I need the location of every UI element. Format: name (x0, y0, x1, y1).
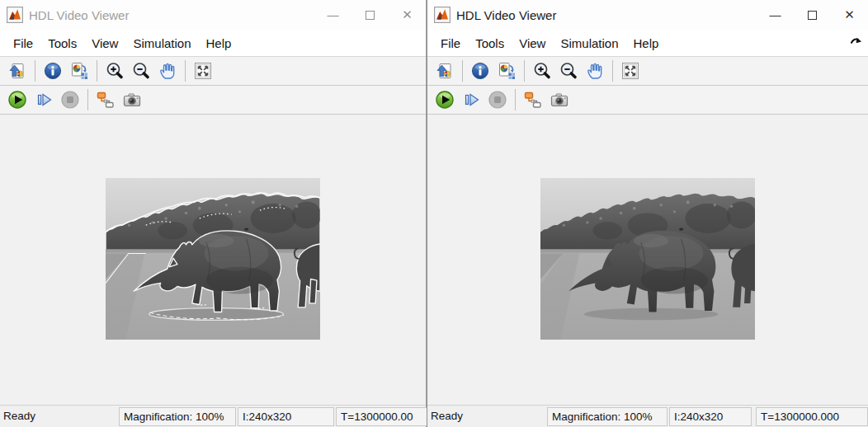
minimize-icon: — (770, 11, 781, 19)
window-title: HDL Video Viewer (456, 8, 556, 22)
status-state: Ready (3, 410, 35, 422)
zoom-in-button[interactable] (530, 59, 554, 83)
play-button[interactable] (432, 87, 457, 112)
status-bar: Ready Magnification: 100% I:240x320 T=13… (0, 405, 426, 427)
close-button[interactable]: ✕ (831, 0, 868, 30)
fit-to-window-button[interactable] (191, 59, 215, 83)
pan-hand-icon (584, 60, 606, 82)
minimize-icon: — (328, 11, 339, 19)
play-button[interactable] (5, 87, 30, 112)
fit-to-window-icon (192, 60, 214, 82)
titlebar[interactable]: HDL Video Viewer — ✕ (427, 0, 868, 30)
camera-icon (121, 89, 143, 110)
maximize-button[interactable] (351, 0, 389, 30)
toolbar-separator (97, 60, 97, 82)
simulink-block-icon (95, 89, 116, 110)
export-image-icon (434, 60, 455, 82)
stop-icon (487, 89, 508, 110)
zoom-out-button[interactable] (129, 59, 153, 83)
matlab-icon (7, 7, 23, 23)
zoom-out-icon (558, 60, 579, 82)
menu-overflow-icon[interactable] (850, 35, 863, 47)
menu-bar: File Tools View Simulation Help (427, 30, 868, 57)
info-icon (469, 60, 491, 82)
export-image-icon (7, 60, 28, 82)
status-frame-size: I:240x320 (238, 407, 334, 426)
status-frame-size: I:240x320 (669, 407, 752, 426)
export-image-button[interactable] (432, 59, 457, 83)
menu-file[interactable]: File (6, 33, 40, 54)
maximize-icon (808, 11, 817, 20)
video-display-area[interactable] (427, 115, 868, 405)
snapshot-button[interactable] (120, 87, 144, 112)
fit-to-window-button[interactable] (618, 59, 643, 83)
video-information-button[interactable] (40, 59, 65, 83)
snapshot-button[interactable] (547, 87, 572, 112)
colormap-icon (496, 60, 517, 82)
minimize-button[interactable]: — (757, 0, 794, 30)
info-icon (42, 60, 64, 82)
video-frame (106, 178, 320, 340)
highlight-simulink-block-button[interactable] (521, 87, 545, 112)
pan-button[interactable] (583, 59, 607, 83)
status-magnification: Magnification: 100% (547, 407, 668, 426)
video-frame (540, 178, 755, 340)
highlight-simulink-block-button[interactable] (93, 87, 118, 112)
toolbar-separator (524, 60, 525, 82)
status-sim-time: T=1300000.00 (336, 407, 427, 426)
toolbar-separator (462, 60, 463, 82)
colormap-icon (68, 60, 90, 82)
menu-simulation[interactable]: Simulation (553, 33, 625, 54)
status-sim-time: T=1300000.000 (756, 407, 868, 426)
toolbar-separator (612, 60, 613, 82)
titlebar[interactable]: HDL Video Viewer — ✕ (0, 0, 426, 30)
main-toolbar (427, 57, 868, 86)
zoom-in-icon (531, 60, 553, 82)
step-forward-button[interactable] (31, 87, 56, 112)
step-forward-button[interactable] (459, 87, 484, 112)
stop-button[interactable] (485, 87, 510, 112)
menu-help[interactable]: Help (199, 33, 239, 54)
playback-toolbar (427, 86, 868, 115)
colormap-export-button[interactable] (67, 59, 92, 83)
pan-hand-icon (157, 60, 178, 82)
menu-tools[interactable]: Tools (40, 33, 84, 54)
toolbar-separator (515, 89, 516, 110)
stop-button[interactable] (58, 87, 83, 112)
menu-bar: File Tools View Simulation Help (0, 30, 426, 57)
window-controls: — ✕ (314, 0, 426, 30)
status-magnification: Magnification: 100% (119, 407, 236, 426)
maximize-button[interactable] (794, 0, 831, 30)
window-title: HDL Video Viewer (29, 8, 129, 22)
video-information-button[interactable] (468, 59, 493, 83)
menu-file[interactable]: File (433, 33, 468, 54)
step-forward-icon (460, 89, 482, 110)
window-controls: — ✕ (757, 0, 868, 30)
menu-view[interactable]: View (512, 33, 553, 54)
main-toolbar (0, 57, 426, 86)
zoom-out-button[interactable] (556, 59, 581, 83)
minimize-button[interactable]: — (314, 0, 351, 30)
close-button[interactable]: ✕ (389, 0, 426, 30)
toolbar-separator (185, 60, 186, 82)
simulink-block-icon (522, 89, 544, 110)
menu-view[interactable]: View (84, 33, 125, 54)
status-bar: Ready Magnification: 100% I:240x320 T=13… (427, 405, 868, 427)
pan-button[interactable] (155, 59, 180, 83)
export-image-button[interactable] (5, 59, 30, 83)
play-icon (434, 89, 455, 110)
zoom-in-icon (104, 60, 125, 82)
video-display-area[interactable] (0, 115, 426, 405)
zoom-in-button[interactable] (102, 59, 127, 83)
toolbar-separator (87, 89, 88, 110)
menu-tools[interactable]: Tools (468, 33, 512, 54)
menu-help[interactable]: Help (626, 33, 667, 54)
fit-to-window-icon (620, 60, 641, 82)
close-icon: ✕ (844, 7, 855, 22)
colormap-export-button[interactable] (494, 59, 519, 83)
stop-icon (59, 89, 81, 110)
close-icon: ✕ (402, 7, 413, 22)
menu-simulation[interactable]: Simulation (125, 33, 198, 54)
playback-toolbar (0, 86, 426, 115)
matlab-icon (434, 7, 451, 23)
